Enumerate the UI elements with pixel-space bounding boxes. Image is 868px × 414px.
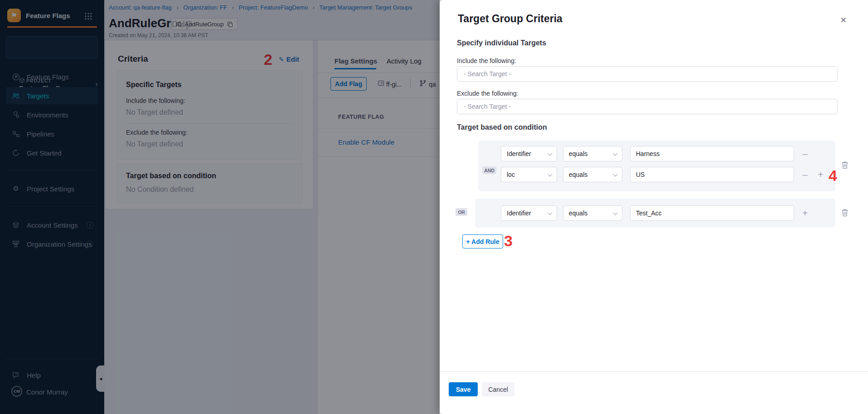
modal-overlay[interactable] <box>0 0 440 414</box>
chevron-down-icon <box>613 211 618 215</box>
delete-rule-group-icon[interactable] <box>841 161 849 169</box>
condition-value-input[interactable] <box>630 205 794 221</box>
chevron-down-icon <box>613 151 618 156</box>
annotation-number-4: 4 <box>829 167 837 185</box>
or-joiner-chip: OR <box>456 208 467 216</box>
attribute-select[interactable]: Identifier <box>501 205 557 221</box>
operator-select[interactable]: equals <box>563 205 622 221</box>
app-root: ⚑ Feature Flags PROJECT FeatureFlagDemo … <box>0 0 868 414</box>
remove-row-button[interactable]: – <box>799 169 811 180</box>
close-icon[interactable]: × <box>840 15 846 25</box>
exclude-target-search-input[interactable] <box>457 99 838 114</box>
target-group-criteria-drawer: Target Group Criteria × Specify individu… <box>440 0 868 414</box>
exclude-following-label: Exclude the following: <box>457 90 518 97</box>
add-row-button[interactable]: + <box>799 207 811 219</box>
drawer-title: Target Group Criteria <box>458 13 563 25</box>
include-target-search-input[interactable] <box>457 66 838 82</box>
attribute-select[interactable]: Identifier <box>501 146 557 161</box>
footer-divider <box>440 371 868 372</box>
individual-targets-heading: Specify individual Targets <box>457 39 546 47</box>
delete-rule-group-icon[interactable] <box>841 209 849 217</box>
chevron-down-icon <box>548 151 553 156</box>
condition-value-input[interactable] <box>630 146 794 161</box>
operator-select[interactable]: equals <box>563 146 622 161</box>
add-rule-button[interactable]: + Add Rule <box>462 234 503 248</box>
save-button[interactable]: Save <box>449 382 478 396</box>
and-joiner-chip: AND <box>482 166 496 174</box>
attribute-select[interactable]: loc <box>501 167 557 182</box>
remove-row-button[interactable]: – <box>799 148 811 160</box>
cancel-button[interactable]: Cancel <box>482 382 514 396</box>
chevron-down-icon <box>613 172 618 177</box>
annotation-number-3: 3 <box>504 232 513 250</box>
condition-value-input[interactable] <box>630 167 794 182</box>
condition-heading: Target based on condition <box>457 123 547 132</box>
add-row-button[interactable]: + <box>815 169 826 180</box>
chevron-down-icon <box>548 211 553 215</box>
chevron-down-icon <box>548 172 553 177</box>
operator-select[interactable]: equals <box>563 167 622 182</box>
include-following-label: Include the following: <box>457 57 516 64</box>
